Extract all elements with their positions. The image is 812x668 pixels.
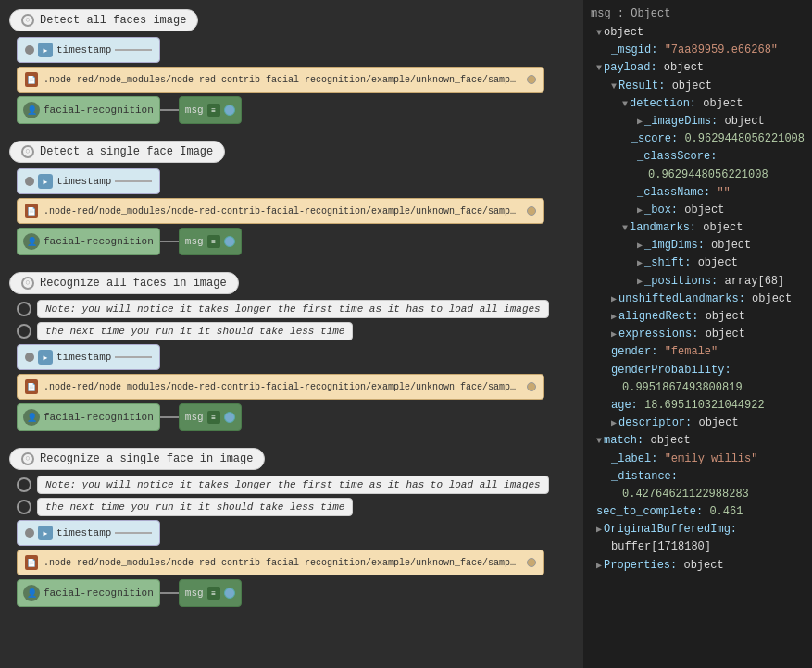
facial-node-2[interactable]: 👤 facial-recognition [17,228,160,255]
ts-dot-1 [25,45,34,55]
toggle-shift[interactable]: ▶ [637,256,643,271]
imgDims-val: object [711,237,751,254]
timestamp-node-2[interactable]: timestamp [17,168,160,194]
comment-node-2[interactable]: ○ Detect a single face Image [9,141,225,163]
comment-node-4[interactable]: ○ Recognize a single face in image [9,448,265,470]
file-node-1[interactable]: 📄 .node-red/node_modules/node-red-contri… [17,67,544,93]
file-out-dot-4 [527,558,536,567]
comment-node-1[interactable]: ○ Detect all faces image [9,9,198,31]
msg-dot-3 [224,412,235,423]
props-key: Properties: [604,557,677,575]
note-bubble-4b: the next time you run it it should take … [37,498,353,516]
toggle-box[interactable]: ▶ [637,204,643,218]
distance-key: _distance: [611,468,678,486]
file-icon-3: 📄 [25,379,38,394]
msg-node-2[interactable]: msg ≡ [179,228,242,255]
landmarks-val: object [703,219,743,237]
file-label-2: .node-red/node_modules/node-red-contrib-… [44,206,521,216]
ts-connector-1 [115,49,152,51]
toggle-payload[interactable]: ▼ [596,61,602,76]
facial-label-2: facial-recognition [44,236,154,247]
expressions-key: expressions: [618,326,698,343]
toggle-origBuf[interactable]: ▶ [596,523,602,538]
note-bubble-3a: Note: you will notice it takes longer th… [37,300,549,318]
facial-icon-3: 👤 [23,409,40,426]
box-key: _box: [644,202,678,219]
facial-row-3: 👤 facial-recognition msg ≡ [9,403,574,431]
group-title-1: Detect all faces image [40,14,186,27]
toggle-result[interactable]: ▼ [611,80,617,94]
timestamp-node-4[interactable]: timestamp [17,520,160,546]
age-val: 18.695110321044922 [644,397,765,414]
toggle-unshifted[interactable]: ▶ [611,292,617,307]
group-label-4: ○ Recognize a single face in image [9,448,574,470]
toggle-props[interactable]: ▶ [596,559,602,574]
tree-gender: gender: "female" [596,343,805,361]
toggle-root[interactable]: ▼ [596,26,602,41]
match-key: match: [604,432,643,450]
note-node-4b: the next time you run it it should take … [17,498,574,516]
tree-payload: ▼ payload: object [596,59,805,77]
timestamp-node-1[interactable]: timestamp [17,37,160,63]
msg-icon-4: ≡ [207,587,220,600]
unshifted-val: object [752,291,792,308]
msg-node-1[interactable]: msg ≡ [179,96,242,124]
right-panel: msg : Object ▼ object _msgid: "7aa89959.… [583,0,812,668]
msg-label-1: msg [185,105,204,116]
ts-arrow-1 [38,43,53,57]
group-title-4: Recognize a single face in image [40,452,253,465]
note-icon-4b [17,500,31,514]
score-key: _score: [631,130,678,148]
flow-group-4: ○ Recognize a single face in image Note:… [9,448,574,607]
comment-node-3[interactable]: ○ Recognize all faces in image [9,272,239,294]
toggle-expressions[interactable]: ▶ [611,328,617,342]
detection-val: object [703,95,743,113]
payload-key: payload: [604,59,657,77]
connector-1 [160,109,179,111]
tree-classScore-val: 0.9629448056221008 [596,167,805,184]
facial-node-1[interactable]: 👤 facial-recognition [17,96,160,124]
file-label-1: .node-red/node_modules/node-red-contrib-… [44,75,521,85]
left-panel: ○ Detect all faces image timestamp 📄 .no… [0,0,583,668]
facial-row-1: 👤 facial-recognition msg ≡ [9,96,574,124]
classScore-val: 0.9629448056221008 [648,167,768,184]
facial-node-3[interactable]: 👤 facial-recognition [17,403,160,431]
toggle-positions[interactable]: ▶ [637,275,643,290]
timestamp-row-2: timestamp [9,168,574,194]
landmarks-key: landmarks: [630,219,696,237]
file-node-3[interactable]: 📄 .node-red/node_modules/node-red-contri… [17,374,544,400]
expressions-val: object [706,326,745,343]
toggle-match[interactable]: ▼ [596,434,602,449]
timestamp-node-3[interactable]: timestamp [17,344,160,370]
file-node-2[interactable]: 📄 .node-red/node_modules/node-red-contri… [17,198,544,224]
toggle-imgDims[interactable]: ▶ [637,239,643,254]
toggle-detection[interactable]: ▼ [622,97,628,112]
tree-detection: ▼ detection: object [596,95,805,113]
comment-icon-1: ○ [21,14,34,27]
label-val: "emily willis" [665,451,758,468]
classScore-key: _classScore: [637,148,717,166]
shift-key: _shift: [644,254,691,272]
file-node-4[interactable]: 📄 .node-red/node_modules/node-red-contri… [17,550,544,575]
group-label-1: ○ Detect all faces image [9,9,574,31]
ts-connector-4 [115,532,152,534]
toggle-descriptor[interactable]: ▶ [611,416,617,431]
toggle-landmarks[interactable]: ▼ [622,221,628,236]
ts-label-1: timestamp [56,44,111,56]
toggle-alignedRect[interactable]: ▶ [611,310,617,325]
payload-val: object [664,59,704,77]
ts-label-2: timestamp [56,176,111,187]
file-label-3: .node-red/node_modules/node-red-contrib-… [44,382,521,392]
detection-key: detection: [630,95,696,113]
flow-group-3: ○ Recognize all faces in image Note: you… [9,272,574,431]
msg-label-4: msg [185,588,204,599]
toggle-imageDims[interactable]: ▶ [637,115,643,130]
facial-label-4: facial-recognition [44,588,154,599]
msg-node-4[interactable]: msg ≡ [179,579,242,607]
msg-node-3[interactable]: msg ≡ [179,403,242,431]
tree-unshifted: ▶ unshiftedLandmarks: object [596,291,805,308]
tree-result: ▼ Result: object [596,78,805,95]
msgid-val: "7aa89959.e66268" [665,42,778,59]
result-val: object [672,78,712,95]
facial-node-4[interactable]: 👤 facial-recognition [17,579,160,607]
